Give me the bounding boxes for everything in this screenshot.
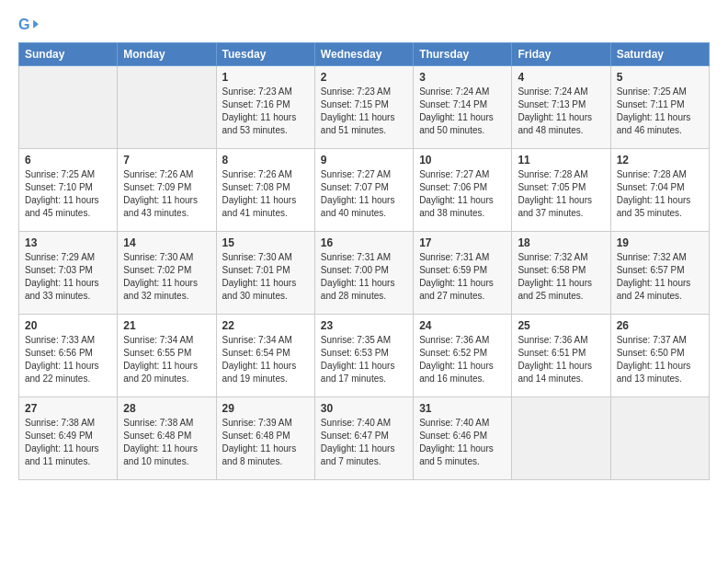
calendar-cell: 28Sunrise: 7:38 AM Sunset: 6:48 PM Dayli… (118, 397, 216, 480)
day-number: 19 (617, 236, 703, 249)
day-number: 7 (123, 154, 210, 167)
day-number: 27 (25, 402, 111, 415)
weekday-header-monday: Monday (118, 43, 216, 66)
day-number: 14 (123, 236, 210, 249)
day-info: Sunrise: 7:38 AM Sunset: 6:49 PM Dayligh… (25, 417, 111, 468)
day-info: Sunrise: 7:32 AM Sunset: 6:57 PM Dayligh… (617, 251, 703, 303)
calendar-cell: 29Sunrise: 7:39 AM Sunset: 6:48 PM Dayli… (216, 397, 314, 480)
day-info: Sunrise: 7:28 AM Sunset: 7:05 PM Dayligh… (518, 168, 604, 220)
day-info: Sunrise: 7:33 AM Sunset: 6:56 PM Dayligh… (25, 334, 111, 385)
calendar-cell: 22Sunrise: 7:34 AM Sunset: 6:54 PM Dayli… (216, 315, 314, 397)
day-info: Sunrise: 7:31 AM Sunset: 6:59 PM Dayligh… (419, 251, 506, 303)
calendar-cell: 9Sunrise: 7:27 AM Sunset: 7:07 PM Daylig… (314, 149, 413, 232)
day-info: Sunrise: 7:27 AM Sunset: 7:07 PM Dayligh… (321, 168, 407, 220)
day-info: Sunrise: 7:26 AM Sunset: 7:08 PM Dayligh… (222, 168, 309, 220)
day-info: Sunrise: 7:23 AM Sunset: 7:15 PM Dayligh… (321, 86, 407, 137)
calendar-week-3: 13Sunrise: 7:29 AM Sunset: 7:03 PM Dayli… (19, 232, 710, 315)
day-info: Sunrise: 7:24 AM Sunset: 7:13 PM Dayligh… (518, 86, 604, 137)
calendar-table: SundayMondayTuesdayWednesdayThursdayFrid… (18, 42, 710, 480)
calendar-cell (118, 66, 216, 149)
calendar-week-5: 27Sunrise: 7:38 AM Sunset: 6:49 PM Dayli… (19, 397, 710, 480)
day-info: Sunrise: 7:36 AM Sunset: 6:51 PM Dayligh… (518, 334, 604, 385)
day-info: Sunrise: 7:34 AM Sunset: 6:55 PM Dayligh… (123, 334, 210, 385)
calendar-cell: 6Sunrise: 7:25 AM Sunset: 7:10 PM Daylig… (19, 149, 118, 232)
day-number: 4 (518, 71, 604, 84)
calendar-cell: 19Sunrise: 7:32 AM Sunset: 6:57 PM Dayli… (610, 232, 709, 315)
calendar-cell: 24Sunrise: 7:36 AM Sunset: 6:52 PM Dayli… (414, 315, 512, 397)
day-number: 1 (222, 71, 309, 84)
day-number: 2 (321, 71, 407, 84)
day-number: 22 (222, 319, 309, 332)
calendar-cell: 25Sunrise: 7:36 AM Sunset: 6:51 PM Dayli… (512, 315, 610, 397)
calendar-cell: 11Sunrise: 7:28 AM Sunset: 7:05 PM Dayli… (512, 149, 610, 232)
day-number: 31 (419, 402, 506, 415)
day-number: 23 (321, 319, 407, 332)
day-info: Sunrise: 7:38 AM Sunset: 6:48 PM Dayligh… (123, 417, 210, 468)
calendar-cell: 31Sunrise: 7:40 AM Sunset: 6:46 PM Dayli… (414, 397, 512, 480)
calendar-cell: 20Sunrise: 7:33 AM Sunset: 6:56 PM Dayli… (19, 315, 118, 397)
day-number: 3 (419, 71, 506, 84)
calendar-week-4: 20Sunrise: 7:33 AM Sunset: 6:56 PM Dayli… (19, 315, 710, 397)
day-number: 20 (25, 319, 111, 332)
svg-marker-1 (33, 20, 39, 29)
day-number: 26 (617, 319, 703, 332)
calendar-cell: 10Sunrise: 7:27 AM Sunset: 7:06 PM Dayli… (414, 149, 512, 232)
calendar-cell: 1Sunrise: 7:23 AM Sunset: 7:16 PM Daylig… (216, 66, 314, 149)
day-number: 25 (518, 319, 604, 332)
day-number: 15 (222, 236, 309, 249)
calendar-cell: 4Sunrise: 7:24 AM Sunset: 7:13 PM Daylig… (512, 66, 610, 149)
day-info: Sunrise: 7:34 AM Sunset: 6:54 PM Dayligh… (222, 334, 309, 385)
weekday-header-thursday: Thursday (414, 43, 512, 66)
day-info: Sunrise: 7:36 AM Sunset: 6:52 PM Dayligh… (419, 334, 506, 385)
logo: G (18, 15, 42, 35)
day-info: Sunrise: 7:35 AM Sunset: 6:53 PM Dayligh… (321, 334, 407, 385)
calendar-cell: 14Sunrise: 7:30 AM Sunset: 7:02 PM Dayli… (118, 232, 216, 315)
calendar-cell: 8Sunrise: 7:26 AM Sunset: 7:08 PM Daylig… (216, 149, 314, 232)
weekday-header-wednesday: Wednesday (314, 43, 413, 66)
calendar-cell (512, 397, 610, 480)
calendar-cell (610, 397, 709, 480)
svg-text:G: G (18, 16, 30, 32)
day-info: Sunrise: 7:31 AM Sunset: 7:00 PM Dayligh… (321, 251, 407, 303)
day-number: 29 (222, 402, 309, 415)
day-info: Sunrise: 7:27 AM Sunset: 7:06 PM Dayligh… (419, 168, 506, 220)
day-info: Sunrise: 7:39 AM Sunset: 6:48 PM Dayligh… (222, 417, 309, 468)
day-info: Sunrise: 7:30 AM Sunset: 7:02 PM Dayligh… (123, 251, 210, 303)
day-info: Sunrise: 7:25 AM Sunset: 7:11 PM Dayligh… (617, 86, 703, 137)
day-info: Sunrise: 7:25 AM Sunset: 7:10 PM Dayligh… (25, 168, 111, 220)
day-number: 12 (617, 154, 703, 167)
day-info: Sunrise: 7:29 AM Sunset: 7:03 PM Dayligh… (25, 251, 111, 303)
day-info: Sunrise: 7:23 AM Sunset: 7:16 PM Dayligh… (222, 86, 309, 137)
calendar-cell: 27Sunrise: 7:38 AM Sunset: 6:49 PM Dayli… (19, 397, 118, 480)
day-number: 11 (518, 154, 604, 167)
calendar-cell: 13Sunrise: 7:29 AM Sunset: 7:03 PM Dayli… (19, 232, 118, 315)
day-info: Sunrise: 7:24 AM Sunset: 7:14 PM Dayligh… (419, 86, 506, 137)
day-number: 30 (321, 402, 407, 415)
day-number: 5 (617, 71, 703, 84)
day-info: Sunrise: 7:26 AM Sunset: 7:09 PM Dayligh… (123, 168, 210, 220)
calendar-cell (19, 66, 118, 149)
calendar-cell: 21Sunrise: 7:34 AM Sunset: 6:55 PM Dayli… (118, 315, 216, 397)
weekday-header-tuesday: Tuesday (216, 43, 314, 66)
day-info: Sunrise: 7:32 AM Sunset: 6:58 PM Dayligh… (518, 251, 604, 303)
weekday-header-sunday: Sunday (19, 43, 118, 66)
calendar-cell: 7Sunrise: 7:26 AM Sunset: 7:09 PM Daylig… (118, 149, 216, 232)
day-info: Sunrise: 7:40 AM Sunset: 6:47 PM Dayligh… (321, 417, 407, 468)
weekday-header-saturday: Saturday (610, 43, 709, 66)
day-info: Sunrise: 7:37 AM Sunset: 6:50 PM Dayligh… (617, 334, 703, 385)
calendar-cell: 18Sunrise: 7:32 AM Sunset: 6:58 PM Dayli… (512, 232, 610, 315)
day-number: 9 (321, 154, 407, 167)
calendar-week-2: 6Sunrise: 7:25 AM Sunset: 7:10 PM Daylig… (19, 149, 710, 232)
logo-icon: G (18, 15, 39, 35)
calendar-cell: 23Sunrise: 7:35 AM Sunset: 6:53 PM Dayli… (314, 315, 413, 397)
day-number: 18 (518, 236, 604, 249)
weekday-header-friday: Friday (512, 43, 610, 66)
calendar-cell: 16Sunrise: 7:31 AM Sunset: 7:00 PM Dayli… (314, 232, 413, 315)
calendar-cell: 30Sunrise: 7:40 AM Sunset: 6:47 PM Dayli… (314, 397, 413, 480)
calendar-cell: 5Sunrise: 7:25 AM Sunset: 7:11 PM Daylig… (610, 66, 709, 149)
day-number: 6 (25, 154, 111, 167)
day-info: Sunrise: 7:28 AM Sunset: 7:04 PM Dayligh… (617, 168, 703, 220)
day-number: 16 (321, 236, 407, 249)
calendar-week-1: 1Sunrise: 7:23 AM Sunset: 7:16 PM Daylig… (19, 66, 710, 149)
day-number: 17 (419, 236, 506, 249)
